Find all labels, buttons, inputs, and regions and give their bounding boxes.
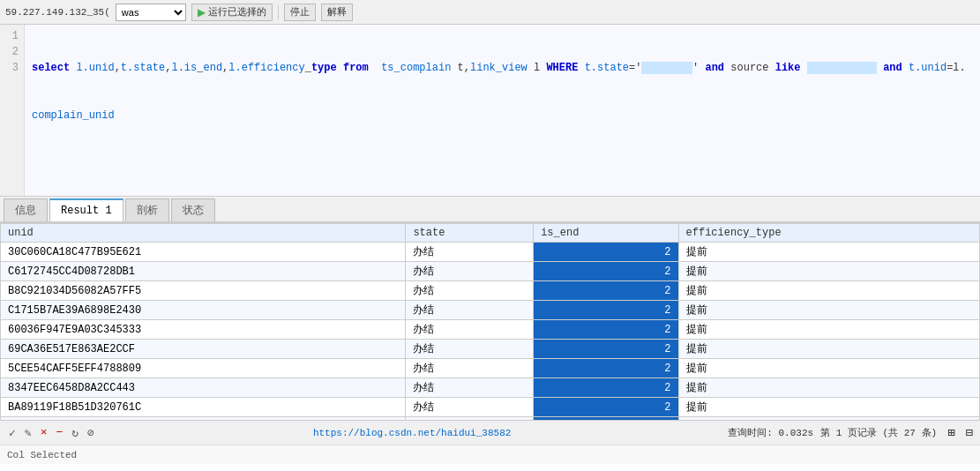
line-numbers: 1 2 3 <box>0 25 25 196</box>
cell-is-end: 2 <box>534 378 678 398</box>
delete-icon[interactable]: × <box>39 426 49 439</box>
cell-state: 办结 <box>406 320 534 340</box>
table-row[interactable]: C1715B7AE39A6898E2430办结2提前 <box>1 301 980 320</box>
sql-line-3 <box>32 155 973 171</box>
cell-unid: 5CEE54CAFF5EFF4788809 <box>1 359 406 378</box>
cell-state: 办结 <box>406 340 534 359</box>
sql-editor: 1 2 3 select l.unid,t.state,l.is_end,l.e… <box>0 25 980 197</box>
run-icon: ▶ <box>198 6 206 19</box>
tab-result1-label: Result 1 <box>61 205 112 217</box>
tab-analysis-label: 剖析 <box>137 203 158 218</box>
stop-label: 停止 <box>290 5 310 19</box>
cell-unid: C1715B7AE39A6898E2430 <box>1 301 406 320</box>
sql-content[interactable]: select l.unid,t.state,l.is_end,l.efficie… <box>25 25 980 196</box>
status-query-time: 查询时间: 0.032s <box>728 426 813 439</box>
table-row[interactable]: 5CEE54CAFF5EFF4788809办结2提前 <box>1 359 980 378</box>
cell-unid: 60036F947E9A03C345333 <box>1 320 406 340</box>
cell-efficiency-type: 提前 <box>678 301 979 320</box>
status-link[interactable]: https://blog.csdn.net/haidui_38582 <box>103 428 721 438</box>
cell-efficiency-type: 提前 <box>678 281 979 301</box>
cell-state: 办结 <box>406 398 534 417</box>
cell-is-end: 2 <box>534 301 678 320</box>
grid-icon-2[interactable]: ⊟ <box>966 425 973 440</box>
tab-info[interactable]: 信息 <box>4 198 48 221</box>
cell-efficiency-type: 提前 <box>678 378 979 398</box>
results-container[interactable]: unid state is_end efficiency_type 30C060… <box>0 223 980 420</box>
tab-analysis[interactable]: 剖析 <box>125 198 169 221</box>
col-header-is-end: is_end <box>534 224 678 243</box>
table-row[interactable]: 8347EEC6458D8A2CC443办结2提前 <box>1 378 980 398</box>
cell-unid: B8C921034D56082A57FF5 <box>1 281 406 301</box>
cell-is-end: 2 <box>534 281 678 301</box>
cell-unid: 8347EEC6458D8A2CC443 <box>1 378 406 398</box>
explain-label: 解释 <box>327 5 347 19</box>
line-num-3: 3 <box>5 60 19 76</box>
cell-efficiency-type: 提前 <box>678 340 979 359</box>
cell-state: 办结 <box>406 359 534 378</box>
table-row[interactable]: BA89119F18B51D320761C办结2提前 <box>1 398 980 417</box>
db-select[interactable]: was <box>116 4 186 21</box>
tabs-bar: 信息 Result 1 剖析 状态 <box>0 197 980 223</box>
cell-unid: C6172745CC4D08728DB1 <box>1 262 406 281</box>
table-row[interactable]: 30C060CA18C477B95E621办结2提前 <box>1 243 980 262</box>
status-bar: ✓ ✎ × − ↻ ⊘ https://blog.csdn.net/haidui… <box>0 420 980 445</box>
cell-state: 办结 <box>406 378 534 398</box>
status-actions: ✓ ✎ × − ↻ ⊘ <box>7 426 96 440</box>
cell-is-end: 2 <box>534 320 678 340</box>
cell-unid: 69CA36E517E863AE2CCF <box>1 340 406 359</box>
toolbar: 59.227.149.132_35( was ▶ 运行已选择的 停止 解释 <box>0 0 980 25</box>
cell-efficiency-type: 提前 <box>678 398 979 417</box>
refresh-icon[interactable]: ↻ <box>70 426 80 440</box>
stop-button[interactable]: 停止 <box>284 4 316 21</box>
run-selected-label: 运行已选择的 <box>208 5 266 19</box>
sql-line-2: complain_unid <box>32 108 973 123</box>
run-selected-button[interactable]: ▶ 运行已选择的 <box>191 4 273 21</box>
table-header-row: unid state is_end efficiency_type <box>1 224 980 243</box>
toolbar-separator <box>278 5 279 19</box>
tab-status[interactable]: 状态 <box>171 198 215 221</box>
line-num-1: 1 <box>5 28 19 44</box>
tab-status-label: 状态 <box>183 203 204 218</box>
cell-state: 办结 <box>406 281 534 301</box>
results-table: unid state is_end efficiency_type 30C060… <box>0 223 980 420</box>
table-row[interactable]: 69CA36E517E863AE2CCF办结2提前 <box>1 340 980 359</box>
no-icon[interactable]: ⊘ <box>86 426 96 440</box>
bottom-row: Col Selected <box>0 445 980 464</box>
cell-is-end: 2 <box>534 243 678 262</box>
tab-result1[interactable]: Result 1 <box>49 198 123 221</box>
tab-info-label: 信息 <box>15 203 36 218</box>
status-page-info: 第 1 页记录 (共 27 条) <box>820 426 937 439</box>
col-header-state: state <box>406 224 534 243</box>
cell-state: 办结 <box>406 243 534 262</box>
cell-state: 办结 <box>406 301 534 320</box>
cell-unid: 30C060CA18C477B95E621 <box>1 243 406 262</box>
cell-efficiency-type: 提前 <box>678 359 979 378</box>
check-icon[interactable]: ✓ <box>7 426 18 440</box>
cell-is-end: 2 <box>534 262 678 281</box>
cell-efficiency-type: 提前 <box>678 243 979 262</box>
table-row[interactable]: C6172745CC4D08728DB1办结2提前 <box>1 262 980 281</box>
cell-is-end: 2 <box>534 359 678 378</box>
line-num-2: 2 <box>5 44 19 60</box>
cell-is-end: 2 <box>534 398 678 417</box>
explain-button[interactable]: 解释 <box>321 4 353 21</box>
sql-line-1: select l.unid,t.state,l.is_end,l.efficie… <box>32 60 973 76</box>
cell-efficiency-type: 提前 <box>678 320 979 340</box>
col-header-efficiency-type: efficiency_type <box>678 224 979 243</box>
cell-is-end: 2 <box>534 340 678 359</box>
table-row[interactable]: B8C921034D56082A57FF5办结2提前 <box>1 281 980 301</box>
cell-state: 办结 <box>406 262 534 281</box>
edit-icon[interactable]: ✎ <box>23 426 34 440</box>
cell-efficiency-type: 提前 <box>678 262 979 281</box>
cancel-icon[interactable]: − <box>54 426 64 439</box>
table-row[interactable]: 60036F947E9A03C345333办结2提前 <box>1 320 980 340</box>
col-header-unid: unid <box>1 224 406 243</box>
grid-icon-1[interactable]: ⊞ <box>947 425 954 440</box>
col-selected-label: Col Selected <box>7 450 77 460</box>
cell-unid: BA89119F18B51D320761C <box>1 398 406 417</box>
toolbar-ip: 59.227.149.132_35( <box>5 7 110 18</box>
